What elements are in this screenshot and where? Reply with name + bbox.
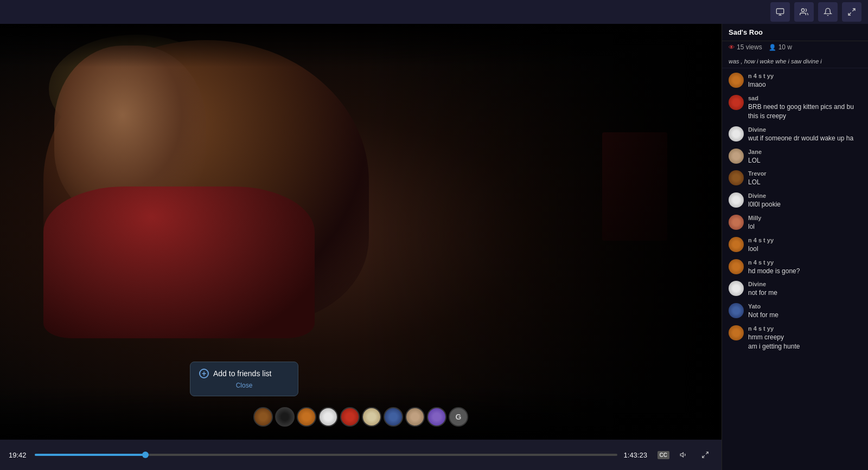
video-frame [0,24,722,440]
user-count-icon: 👤 [769,44,776,51]
chat-text: lol [748,222,861,231]
progress-thumb [142,452,149,458]
chat-section: Sad's Roo 👁 15 views 👤 10 w was , how i … [722,24,868,470]
progress-fill [35,454,145,456]
list-item: sad BRB need to goog kitten pics and bu … [729,95,861,121]
chat-header: Sad's Roo [722,24,868,41]
plus-circle-icon: + [199,369,209,378]
video-container[interactable]: + Add to friends list Close G [0,24,722,440]
monitor-icon[interactable] [770,2,790,22]
avatar[interactable] [729,281,744,296]
list-item: n 4 s t yy lool [729,237,861,254]
avatar[interactable] [729,73,744,88]
main-layout: + Add to friends list Close G [0,24,868,470]
viewer-avatar[interactable] [384,407,403,427]
add-friends-tooltip: + Add to friends list Close [190,362,298,396]
svg-line-6 [706,452,708,454]
users-icon[interactable] [794,2,814,22]
viewer-avatar[interactable] [340,407,360,427]
avatar[interactable] [729,303,744,318]
members-stat: 👤 10 w [769,43,792,51]
chat-username: n 4 s t yy [748,73,861,79]
chat-text: LOL [748,178,861,187]
cc-button[interactable]: CC [658,451,669,459]
expand-button[interactable] [698,447,713,462]
video-section: + Add to friends list Close G [0,24,722,470]
chat-text: hmm creepy [748,333,861,342]
tooltip-title: + Add to friends list [199,369,289,378]
avatar[interactable] [729,259,744,274]
chat-username: Jane [748,149,861,155]
avatar[interactable] [729,325,744,340]
chat-text: hd mode is gone? [748,267,861,276]
chat-stats-row: 👁 15 views 👤 10 w [722,41,868,53]
viewer-avatar[interactable] [427,407,446,427]
svg-line-3 [852,9,855,11]
viewer-avatar[interactable] [253,407,273,427]
avatar[interactable] [729,126,744,141]
chat-text: lool [748,244,861,254]
avatar[interactable] [729,170,744,185]
avatar[interactable] [729,237,744,252]
chat-username: Milly [748,215,861,221]
list-item: Divine not for me [729,281,861,298]
chat-username: Yato [748,303,861,310]
chat-text: LOL [748,156,861,165]
viewer-avatars-row: G [253,407,468,427]
bell-icon[interactable] [818,2,838,22]
viewer-avatar[interactable] [405,407,425,427]
chat-username: sad [748,95,861,101]
top-bar [0,0,868,24]
chat-text: not for me [748,288,861,298]
avatar[interactable] [729,95,744,110]
viewer-avatar-g[interactable]: G [449,407,468,427]
svg-line-7 [703,455,705,458]
list-item: n 4 s t yy hmm creepy am i getting hunte [729,325,861,351]
video-top-shadow [0,24,722,67]
chat-username: n 4 s t yy [748,237,861,243]
room-title: Sad's Roo [729,28,763,36]
chat-username: Divine [748,126,861,133]
video-right-shadow [361,24,722,440]
eye-icon: 👁 [729,44,735,50]
chat-username: Divine [748,192,861,199]
chat-text-2: am i getting hunte [748,342,861,351]
list-item: Trevor LOL [729,170,861,187]
list-item: n 4 s t yy hd mode is gone? [729,259,861,276]
video-controls-bar: 19:42 1:43:23 CC [0,440,722,470]
chat-messages-list[interactable]: n 4 s t yy lmaoo sad BRB need to goog ki… [722,68,868,470]
progress-bar[interactable] [35,454,617,456]
list-item: Milly lol [729,215,861,231]
top-chat-area: was , how i woke whe i saw divine i [722,53,868,68]
viewer-avatar[interactable] [275,407,295,427]
chat-text: BRB need to goog kitten pics and bu [748,102,861,112]
header-chat-text: was , how i woke whe i saw divine i [729,57,861,66]
video-shirt [43,186,315,338]
viewer-avatar[interactable] [362,407,381,427]
chat-username: Trevor [748,170,861,177]
list-item: Yato Not for me [729,303,861,320]
list-item: Divine l0l0l pookie [729,192,861,209]
tooltip-close-button[interactable]: Close [199,382,289,389]
avatar[interactable] [729,149,744,164]
chat-text: Not for me [748,311,861,320]
volume-button[interactable] [676,447,691,462]
avatar[interactable] [729,192,744,208]
chat-text: wut if someone dr would wake up ha [748,134,861,143]
chat-username: Divine [748,281,861,287]
chat-text-2: this is creepy [748,112,861,121]
chat-text: l0l0l pookie [748,200,861,209]
chat-username: n 4 s t yy [748,259,861,266]
list-item: Jane LOL [729,149,861,165]
fullscreen-icon[interactable] [842,2,861,22]
current-time: 19:42 [9,451,28,459]
chat-username: n 4 s t yy [748,325,861,332]
avatar[interactable] [729,215,744,230]
svg-marker-5 [680,453,683,457]
viewer-avatar[interactable] [297,407,316,427]
svg-rect-0 [776,9,783,14]
views-stat: 👁 15 views [729,43,762,51]
viewer-avatar[interactable] [318,407,338,427]
list-item: n 4 s t yy lmaoo [729,73,861,89]
list-item: Divine wut if someone dr would wake up h… [729,126,861,143]
